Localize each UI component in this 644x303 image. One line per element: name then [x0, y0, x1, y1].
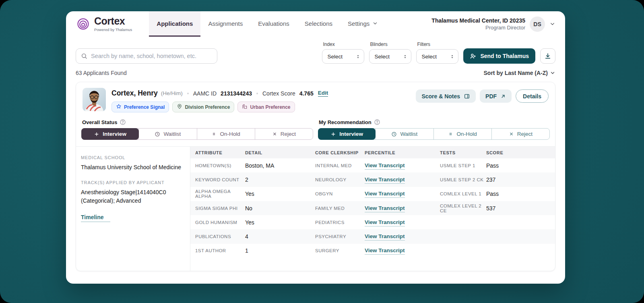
filter-select-filters[interactable]: Select: [416, 49, 458, 64]
select-updown-icon: [403, 54, 407, 60]
send-to-thalamus-button[interactable]: Send to Thalamus: [463, 48, 535, 64]
timeline-link[interactable]: Timeline: [81, 214, 110, 222]
status-option-my-recommendation-waitlist[interactable]: Waitlist: [375, 129, 433, 139]
table-row: SIGMA SIGMA PHINoFAMILY MEDView Transcri…: [190, 201, 555, 215]
pause-icon: [211, 131, 217, 137]
building-icon: [242, 104, 248, 110]
score-notes-button[interactable]: Score & Notes: [416, 89, 476, 103]
profile-panel: MEDICAL SCHOOL Thalamus University Schoo…: [76, 147, 190, 271]
pdf-button[interactable]: PDF: [480, 89, 512, 103]
applicant-name-row: Cortex, Henry (He/Him) AAMC ID 213134424…: [111, 89, 328, 98]
tab-settings[interactable]: Settings: [340, 11, 386, 37]
score-cell: Pass: [486, 162, 555, 169]
tab-selections[interactable]: Selections: [297, 11, 340, 37]
star-icon: [116, 104, 122, 110]
aamc-id-value: 2131344243: [221, 90, 252, 97]
status-option-overall-status-reject[interactable]: Reject: [255, 129, 313, 139]
account-menu-chevron-icon[interactable]: [549, 21, 555, 27]
attribute-cell: SIGMA SIGMA PHI: [195, 206, 245, 211]
view-transcript-link[interactable]: View Transcript: [365, 219, 405, 226]
badge-division-preference[interactable]: Division Preference: [172, 102, 234, 112]
filter-select-blinders[interactable]: Select: [369, 49, 411, 64]
detail-cell: 1: [245, 247, 315, 254]
status-option-label: On-Hold: [220, 131, 240, 137]
applicant-pronouns: (He/Him): [161, 90, 183, 96]
help-icon[interactable]: [120, 119, 126, 125]
detail-cell: No: [245, 205, 315, 212]
status-option-overall-status-interview[interactable]: Interview: [81, 128, 139, 140]
medical-school-label: MEDICAL SCHOOL: [81, 155, 183, 160]
view-transcript-link[interactable]: View Transcript: [365, 191, 405, 198]
status-option-my-recommendation-reject[interactable]: Reject: [491, 129, 549, 139]
results-row: 63 Applicants Found Sort by Last Name (A…: [66, 64, 565, 76]
cortex-spiral-icon: [76, 17, 91, 31]
filter-index: IndexSelect: [322, 42, 364, 64]
view-transcript-link[interactable]: View Transcript: [365, 205, 405, 212]
table-header: ATTRIBUTEDETAILCORE CLERKSHIPPERCENTILET…: [190, 147, 555, 158]
edit-score-link[interactable]: Edit: [318, 90, 328, 97]
details-button[interactable]: Details: [516, 89, 549, 103]
clerkship-cell: PSYCHIATRY: [315, 234, 365, 239]
top-bar: Cortex Powered by Thalamus ApplicationsA…: [66, 11, 565, 37]
view-transcript-link[interactable]: View Transcript: [365, 176, 405, 184]
percentile-cell: View Transcript: [365, 162, 440, 170]
dot-separator: [187, 93, 189, 94]
view-transcript-link[interactable]: View Transcript: [365, 162, 405, 170]
percentile-cell: View Transcript: [365, 218, 440, 226]
status-group-label-text: Overall Status: [82, 119, 117, 125]
attribute-cell: GOLD HUMANISM: [195, 220, 245, 225]
attribute-cell: KEYWORD COUNT: [195, 177, 245, 182]
user-avatar[interactable]: DS: [530, 17, 545, 32]
tab-label: Settings: [348, 20, 369, 27]
table-row: KEYWORD COUNT2NEUROLOGYView TranscriptUS…: [190, 172, 555, 187]
settings-chevron-icon: [372, 21, 378, 26]
badge-preference-signal[interactable]: Preference Signal: [111, 102, 169, 112]
toolbar: IndexSelectBlindersSelectFiltersSelect S…: [66, 37, 565, 64]
clerkship-cell: INTERNAL MED: [315, 163, 365, 168]
tab-applications[interactable]: Applications: [149, 11, 200, 37]
column-header-score: SCORE: [486, 150, 555, 155]
status-group-overall-status: Overall StatusInterviewWaitlistOn-HoldRe…: [81, 119, 313, 140]
pause-icon: [448, 131, 453, 137]
tab-evaluations[interactable]: Evaluations: [250, 11, 297, 37]
view-transcript-link[interactable]: View Transcript: [365, 233, 405, 241]
score-cell: 537: [486, 205, 555, 212]
filter-select-value: Select: [421, 54, 437, 60]
status-option-my-recommendation-on-hold[interactable]: On-Hold: [433, 129, 491, 139]
status-option-label: On-Hold: [456, 131, 477, 137]
status-option-label: Waitlist: [163, 131, 181, 137]
status-option-my-recommendation-interview[interactable]: Interview: [318, 128, 376, 140]
sort-label: Sort by Last Name (A-Z): [484, 70, 548, 76]
view-transcript-link[interactable]: View Transcript: [365, 247, 405, 255]
pin-icon: [177, 104, 182, 110]
applicant-identity: Cortex, Henry (He/Him) AAMC ID 213134424…: [111, 88, 328, 112]
download-icon: [544, 52, 551, 60]
status-option-label: Interview: [339, 131, 363, 137]
sort-control[interactable]: Sort by Last Name (A-Z): [484, 70, 555, 76]
status-option-overall-status-on-hold[interactable]: On-Hold: [197, 129, 255, 139]
status-option-overall-status-waitlist[interactable]: Waitlist: [138, 129, 196, 139]
badge-urban-preference[interactable]: Urban Preference: [237, 102, 295, 112]
user-role: Program Director: [431, 25, 525, 31]
percentile-cell: View Transcript: [365, 247, 440, 255]
brand-logo[interactable]: Cortex Powered by Thalamus: [76, 11, 132, 37]
column-header-attribute: ATTRIBUTE: [195, 150, 245, 155]
filter-select-index[interactable]: Select: [322, 49, 364, 64]
download-button[interactable]: [540, 48, 555, 64]
send-button-label: Send to Thalamus: [480, 53, 529, 59]
score-cell: 237: [486, 176, 555, 183]
account-area: Thalamus Medical Center, ID 20235 Progra…: [431, 11, 555, 37]
score-notes-label: Score & Notes: [421, 93, 460, 100]
attributes-table: ATTRIBUTEDETAILCORE CLERKSHIPPERCENTILET…: [190, 147, 555, 271]
filter-label-filters: Filters: [416, 42, 458, 47]
table-row: ALPHA OMEGA ALPHAYesOBGYNView Transcript…: [190, 187, 555, 201]
clerkship-cell: OBGYN: [315, 191, 365, 196]
column-header-core-clerkship: CORE CLERKSHIP: [315, 150, 365, 155]
search-icon: [81, 53, 87, 59]
help-icon[interactable]: [374, 119, 380, 125]
search-box[interactable]: [76, 48, 217, 64]
search-input[interactable]: [91, 53, 212, 59]
person-plus-icon: [470, 53, 477, 60]
attribute-cell: PUBLICATIONS: [195, 234, 245, 239]
tab-assignments[interactable]: Assignments: [200, 11, 250, 37]
